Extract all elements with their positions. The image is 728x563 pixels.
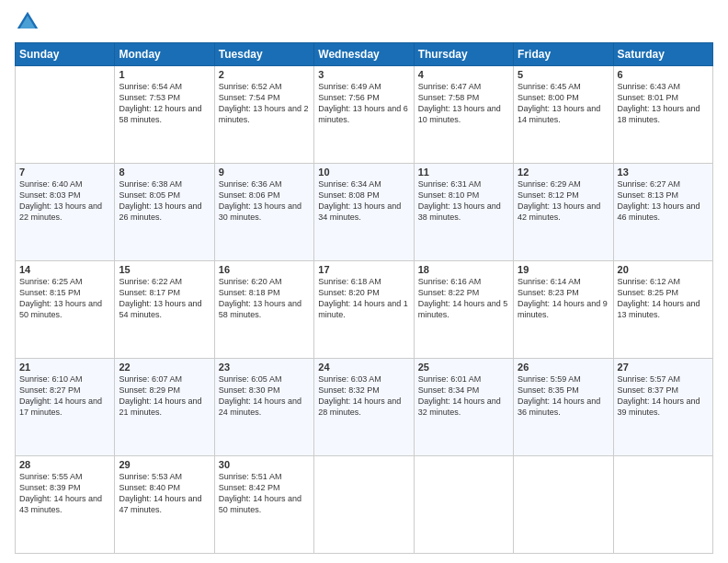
calendar-cell: 22Sunrise: 6:07 AMSunset: 8:29 PMDayligh… xyxy=(115,359,214,456)
calendar-cell: 2Sunrise: 6:52 AMSunset: 7:54 PMDaylight… xyxy=(214,66,313,164)
day-number: 24 xyxy=(318,362,409,373)
day-info: Sunrise: 6:38 AMSunset: 8:05 PMDaylight:… xyxy=(119,178,210,224)
day-info: Sunrise: 6:43 AMSunset: 8:01 PMDaylight:… xyxy=(618,81,709,126)
calendar-cell xyxy=(314,456,414,554)
day-info: Sunrise: 6:20 AMSunset: 8:18 PMDaylight:… xyxy=(219,276,310,321)
calendar-cell: 17Sunrise: 6:18 AMSunset: 8:20 PMDayligh… xyxy=(314,261,414,359)
calendar-cell: 26Sunrise: 5:59 AMSunset: 8:35 PMDayligh… xyxy=(514,359,613,456)
day-info: Sunrise: 6:29 AMSunset: 8:12 PMDaylight:… xyxy=(518,178,609,224)
day-info: Sunrise: 6:34 AMSunset: 8:08 PMDaylight:… xyxy=(318,178,409,224)
day-number: 1 xyxy=(119,69,210,80)
day-number: 29 xyxy=(119,459,210,470)
day-number: 4 xyxy=(418,69,509,80)
day-info: Sunrise: 5:53 AMSunset: 8:40 PMDaylight:… xyxy=(119,471,210,516)
day-number: 23 xyxy=(219,362,310,373)
calendar-cell: 8Sunrise: 6:38 AMSunset: 8:05 PMDaylight… xyxy=(115,164,214,261)
calendar-cell xyxy=(16,66,115,164)
calendar-week-row: 28Sunrise: 5:55 AMSunset: 8:39 PMDayligh… xyxy=(16,456,713,554)
day-info: Sunrise: 6:54 AMSunset: 7:53 PMDaylight:… xyxy=(119,81,210,126)
calendar-week-row: 1Sunrise: 6:54 AMSunset: 7:53 PMDaylight… xyxy=(16,66,713,164)
calendar-cell: 5Sunrise: 6:45 AMSunset: 8:00 PMDaylight… xyxy=(514,66,613,164)
day-info: Sunrise: 6:47 AMSunset: 7:58 PMDaylight:… xyxy=(418,81,509,126)
weekday-header: Wednesday xyxy=(314,43,414,66)
day-number: 12 xyxy=(518,167,609,178)
calendar-header-row: SundayMondayTuesdayWednesdayThursdayFrid… xyxy=(16,43,713,66)
day-info: Sunrise: 6:25 AMSunset: 8:15 PMDaylight:… xyxy=(19,276,110,321)
calendar-cell: 23Sunrise: 6:05 AMSunset: 8:30 PMDayligh… xyxy=(214,359,313,456)
logo xyxy=(15,9,44,35)
header xyxy=(15,9,713,35)
day-info: Sunrise: 6:27 AMSunset: 8:13 PMDaylight:… xyxy=(618,178,709,224)
day-number: 7 xyxy=(19,167,110,178)
weekday-header: Tuesday xyxy=(214,43,313,66)
weekday-header: Sunday xyxy=(16,43,115,66)
calendar-cell: 21Sunrise: 6:10 AMSunset: 8:27 PMDayligh… xyxy=(16,359,115,456)
page: SundayMondayTuesdayWednesdayThursdayFrid… xyxy=(0,0,728,563)
day-number: 20 xyxy=(618,264,709,275)
day-number: 25 xyxy=(418,362,509,373)
day-info: Sunrise: 5:59 AMSunset: 8:35 PMDaylight:… xyxy=(518,373,609,419)
calendar-cell: 3Sunrise: 6:49 AMSunset: 7:56 PMDaylight… xyxy=(314,66,414,164)
calendar-cell: 12Sunrise: 6:29 AMSunset: 8:12 PMDayligh… xyxy=(514,164,613,261)
day-info: Sunrise: 6:36 AMSunset: 8:06 PMDaylight:… xyxy=(219,178,310,224)
weekday-header: Thursday xyxy=(414,43,513,66)
day-info: Sunrise: 6:49 AMSunset: 7:56 PMDaylight:… xyxy=(318,81,409,126)
day-info: Sunrise: 6:52 AMSunset: 7:54 PMDaylight:… xyxy=(219,81,310,126)
day-number: 2 xyxy=(219,69,310,80)
calendar-week-row: 7Sunrise: 6:40 AMSunset: 8:03 PMDaylight… xyxy=(16,164,713,261)
weekday-header: Monday xyxy=(115,43,214,66)
day-info: Sunrise: 6:07 AMSunset: 8:29 PMDaylight:… xyxy=(119,373,210,419)
calendar-cell: 11Sunrise: 6:31 AMSunset: 8:10 PMDayligh… xyxy=(414,164,513,261)
calendar-cell: 7Sunrise: 6:40 AMSunset: 8:03 PMDaylight… xyxy=(16,164,115,261)
calendar-week-row: 21Sunrise: 6:10 AMSunset: 8:27 PMDayligh… xyxy=(16,359,713,456)
calendar-cell: 20Sunrise: 6:12 AMSunset: 8:25 PMDayligh… xyxy=(613,261,712,359)
day-number: 18 xyxy=(418,264,509,275)
day-info: Sunrise: 6:05 AMSunset: 8:30 PMDaylight:… xyxy=(219,373,310,419)
calendar-cell: 29Sunrise: 5:53 AMSunset: 8:40 PMDayligh… xyxy=(115,456,214,554)
day-number: 13 xyxy=(618,167,709,178)
day-info: Sunrise: 6:40 AMSunset: 8:03 PMDaylight:… xyxy=(19,178,110,224)
day-info: Sunrise: 6:22 AMSunset: 8:17 PMDaylight:… xyxy=(119,276,210,321)
calendar-cell xyxy=(414,456,513,554)
calendar-cell: 9Sunrise: 6:36 AMSunset: 8:06 PMDaylight… xyxy=(214,164,313,261)
day-info: Sunrise: 5:55 AMSunset: 8:39 PMDaylight:… xyxy=(19,471,110,516)
calendar-cell: 25Sunrise: 6:01 AMSunset: 8:34 PMDayligh… xyxy=(414,359,513,456)
calendar-cell: 16Sunrise: 6:20 AMSunset: 8:18 PMDayligh… xyxy=(214,261,313,359)
day-number: 30 xyxy=(219,459,310,470)
day-number: 10 xyxy=(318,167,409,178)
calendar-table: SundayMondayTuesdayWednesdayThursdayFrid… xyxy=(15,42,713,554)
day-info: Sunrise: 6:31 AMSunset: 8:10 PMDaylight:… xyxy=(418,178,509,224)
calendar-cell: 14Sunrise: 6:25 AMSunset: 8:15 PMDayligh… xyxy=(16,261,115,359)
day-number: 21 xyxy=(19,362,110,373)
day-info: Sunrise: 6:45 AMSunset: 8:00 PMDaylight:… xyxy=(518,81,609,126)
day-number: 16 xyxy=(219,264,310,275)
logo-icon xyxy=(15,9,40,35)
day-number: 11 xyxy=(418,167,509,178)
calendar-cell: 28Sunrise: 5:55 AMSunset: 8:39 PMDayligh… xyxy=(16,456,115,554)
weekday-header: Saturday xyxy=(613,43,712,66)
day-number: 8 xyxy=(119,167,210,178)
calendar-cell: 19Sunrise: 6:14 AMSunset: 8:23 PMDayligh… xyxy=(514,261,613,359)
day-number: 15 xyxy=(119,264,210,275)
day-number: 19 xyxy=(518,264,609,275)
day-number: 3 xyxy=(318,69,409,80)
day-info: Sunrise: 6:14 AMSunset: 8:23 PMDaylight:… xyxy=(518,276,609,321)
calendar-cell: 1Sunrise: 6:54 AMSunset: 7:53 PMDaylight… xyxy=(115,66,214,164)
day-info: Sunrise: 6:10 AMSunset: 8:27 PMDaylight:… xyxy=(19,373,110,419)
calendar-cell: 15Sunrise: 6:22 AMSunset: 8:17 PMDayligh… xyxy=(115,261,214,359)
calendar-cell: 13Sunrise: 6:27 AMSunset: 8:13 PMDayligh… xyxy=(613,164,712,261)
day-number: 9 xyxy=(219,167,310,178)
calendar-cell: 24Sunrise: 6:03 AMSunset: 8:32 PMDayligh… xyxy=(314,359,414,456)
day-number: 5 xyxy=(518,69,609,80)
day-info: Sunrise: 6:03 AMSunset: 8:32 PMDaylight:… xyxy=(318,373,409,419)
day-number: 28 xyxy=(19,459,110,470)
calendar-week-row: 14Sunrise: 6:25 AMSunset: 8:15 PMDayligh… xyxy=(16,261,713,359)
calendar-cell: 10Sunrise: 6:34 AMSunset: 8:08 PMDayligh… xyxy=(314,164,414,261)
calendar-cell xyxy=(514,456,613,554)
calendar-cell xyxy=(613,456,712,554)
weekday-header: Friday xyxy=(514,43,613,66)
day-info: Sunrise: 5:57 AMSunset: 8:37 PMDaylight:… xyxy=(618,373,709,419)
calendar-cell: 27Sunrise: 5:57 AMSunset: 8:37 PMDayligh… xyxy=(613,359,712,456)
day-info: Sunrise: 6:01 AMSunset: 8:34 PMDaylight:… xyxy=(418,373,509,419)
calendar-cell: 6Sunrise: 6:43 AMSunset: 8:01 PMDaylight… xyxy=(613,66,712,164)
